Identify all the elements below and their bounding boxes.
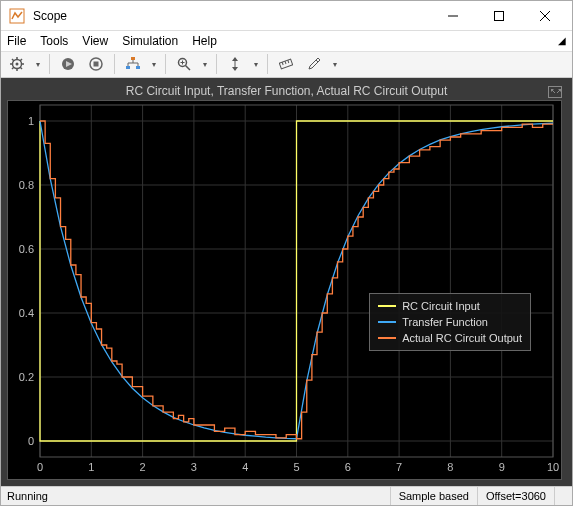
edit-dropdown[interactable]: ▾ (330, 60, 340, 69)
svg-point-6 (16, 63, 19, 66)
legend-entry: RC Circuit Input (378, 298, 522, 314)
separator (49, 54, 50, 74)
svg-text:2: 2 (140, 461, 146, 473)
svg-line-34 (282, 63, 283, 66)
svg-text:1: 1 (28, 115, 34, 127)
zoom-dropdown[interactable]: ▾ (200, 60, 210, 69)
svg-line-14 (12, 67, 14, 69)
svg-rect-2 (495, 11, 504, 20)
svg-line-27 (186, 66, 191, 71)
gear-icon[interactable] (5, 53, 29, 75)
svg-text:7: 7 (396, 461, 402, 473)
plot-container: RC Circuit Input, Transfer Function, Act… (1, 78, 572, 486)
svg-text:4: 4 (242, 461, 248, 473)
svg-text:9: 9 (499, 461, 505, 473)
legend-entry: Actual RC Circuit Output (378, 330, 522, 346)
minimize-button[interactable] (430, 1, 476, 31)
menu-simulation[interactable]: Simulation (122, 34, 178, 48)
svg-text:0: 0 (28, 435, 34, 447)
plot-area[interactable]: 01234567891000.20.40.60.81 RC Circuit In… (7, 100, 562, 480)
svg-line-38 (316, 60, 318, 62)
run-icon[interactable] (56, 53, 80, 75)
menu-help[interactable]: Help (192, 34, 217, 48)
status-sample: Sample based (390, 487, 477, 505)
legend-label: Transfer Function (402, 314, 488, 330)
svg-text:0.6: 0.6 (19, 243, 34, 255)
gear-dropdown[interactable]: ▾ (33, 60, 43, 69)
svg-rect-19 (131, 57, 135, 60)
legend-swatch (378, 305, 396, 307)
separator (267, 54, 268, 74)
app-icon (9, 8, 25, 24)
zoom-icon[interactable] (172, 53, 196, 75)
legend-swatch (378, 337, 396, 339)
dock-corner-icon[interactable]: ◢ (558, 35, 566, 46)
menu-file[interactable]: File (7, 34, 26, 48)
svg-line-36 (288, 61, 289, 64)
autoscale-icon[interactable] (223, 53, 247, 75)
edit-icon[interactable] (302, 53, 326, 75)
status-spacer (554, 487, 572, 505)
menu-tools[interactable]: Tools (40, 34, 68, 48)
svg-line-12 (20, 67, 22, 69)
svg-line-13 (20, 59, 22, 61)
svg-text:0.8: 0.8 (19, 179, 34, 191)
svg-rect-18 (94, 62, 99, 67)
svg-rect-20 (126, 66, 130, 69)
svg-text:0.2: 0.2 (19, 371, 34, 383)
menu-view[interactable]: View (82, 34, 108, 48)
svg-text:3: 3 (191, 461, 197, 473)
svg-text:0.4: 0.4 (19, 307, 34, 319)
legend[interactable]: RC Circuit InputTransfer FunctionActual … (369, 293, 531, 351)
maximize-button[interactable] (476, 1, 522, 31)
svg-line-11 (12, 59, 14, 61)
svg-text:1: 1 (88, 461, 94, 473)
window-title: Scope (33, 9, 430, 23)
status-state: Running (1, 490, 390, 502)
plot-maximize-icon[interactable] (548, 86, 562, 98)
svg-text:0: 0 (37, 461, 43, 473)
legend-entry: Transfer Function (378, 314, 522, 330)
toolbar: ▾ ▾ ▾ ▾ ▾ (1, 52, 572, 78)
close-button[interactable] (522, 1, 568, 31)
legend-swatch (378, 321, 396, 323)
stop-icon[interactable] (84, 53, 108, 75)
separator (114, 54, 115, 74)
svg-line-35 (285, 62, 286, 65)
measure-icon[interactable] (274, 53, 298, 75)
svg-rect-21 (136, 66, 140, 69)
svg-marker-32 (232, 67, 238, 71)
legend-label: Actual RC Circuit Output (402, 330, 522, 346)
svg-text:6: 6 (345, 461, 351, 473)
svg-marker-31 (232, 57, 238, 61)
plot-title: RC Circuit Input, Transfer Function, Act… (7, 84, 566, 100)
hierarchy-icon[interactable] (121, 53, 145, 75)
status-offset: Offset=3060 (477, 487, 554, 505)
separator (216, 54, 217, 74)
autoscale-dropdown[interactable]: ▾ (251, 60, 261, 69)
svg-text:8: 8 (447, 461, 453, 473)
svg-marker-37 (309, 58, 320, 69)
menubar: File Tools View Simulation Help ◢ (1, 31, 572, 52)
separator (165, 54, 166, 74)
svg-text:10: 10 (547, 461, 559, 473)
legend-label: RC Circuit Input (402, 298, 480, 314)
svg-text:5: 5 (293, 461, 299, 473)
hierarchy-dropdown[interactable]: ▾ (149, 60, 159, 69)
statusbar: Running Sample based Offset=3060 (1, 486, 572, 505)
titlebar: Scope (1, 1, 572, 31)
